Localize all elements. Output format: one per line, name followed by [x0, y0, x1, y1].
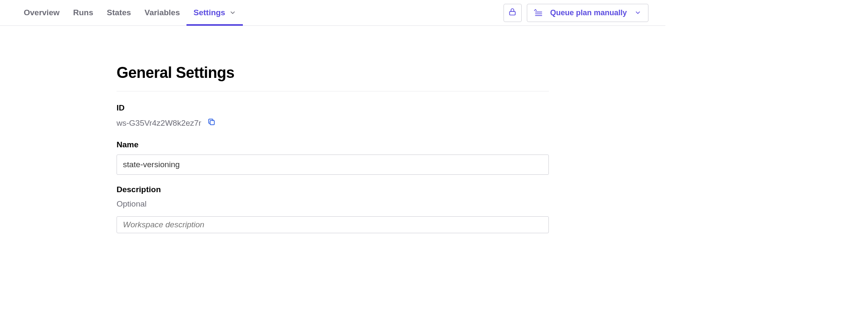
- list-icon: [534, 9, 542, 17]
- description-label: Description: [117, 185, 549, 194]
- id-row: ws-G35Vr4z2W8k2ez7r: [117, 118, 549, 128]
- tab-overview[interactable]: Overview: [17, 0, 67, 25]
- tab-label: Overview: [24, 8, 60, 17]
- description-optional-hint: Optional: [117, 199, 549, 209]
- topbar-actions: Queue plan manually: [504, 4, 648, 22]
- queue-plan-button[interactable]: Queue plan manually: [527, 4, 648, 22]
- name-input[interactable]: [117, 154, 549, 175]
- tab-runs[interactable]: Runs: [67, 0, 100, 25]
- tab-states[interactable]: States: [100, 0, 138, 25]
- svg-rect-4: [210, 121, 214, 125]
- svg-rect-0: [510, 11, 515, 15]
- tab-strip: Overview Runs States Variables Settings: [17, 0, 243, 25]
- copy-id-button[interactable]: [207, 118, 216, 128]
- tab-label: Runs: [73, 8, 94, 17]
- chevron-down-icon: [634, 9, 641, 16]
- topbar: Overview Runs States Variables Settings: [0, 0, 665, 26]
- main-content: General Settings ID ws-G35Vr4z2W8k2ez7r …: [117, 26, 549, 233]
- description-input[interactable]: [117, 216, 549, 233]
- tab-label: States: [107, 8, 131, 17]
- chevron-down-icon: [229, 9, 236, 16]
- id-value: ws-G35Vr4z2W8k2ez7r: [117, 119, 201, 128]
- tab-variables[interactable]: Variables: [138, 0, 186, 25]
- id-label: ID: [117, 103, 549, 113]
- page-heading: General Settings: [117, 64, 549, 91]
- tab-settings[interactable]: Settings: [186, 0, 243, 25]
- name-label: Name: [117, 140, 549, 149]
- lock-icon: [508, 8, 517, 18]
- lock-button[interactable]: [504, 4, 522, 22]
- queue-plan-label: Queue plan manually: [550, 8, 627, 17]
- tab-label: Variables: [145, 8, 180, 17]
- tab-label: Settings: [193, 8, 225, 17]
- copy-icon: [207, 118, 216, 128]
